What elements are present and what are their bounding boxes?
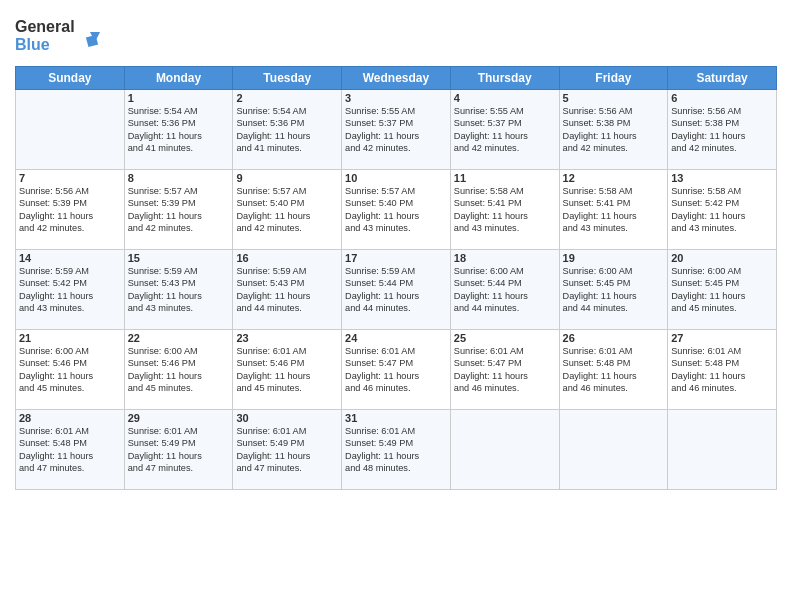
cell-line: Daylight: 11 hours bbox=[563, 211, 637, 221]
cell-data: Sunrise: 6:01 AMSunset: 5:49 PMDaylight:… bbox=[236, 425, 338, 475]
calendar-cell: 5Sunrise: 5:56 AMSunset: 5:38 PMDaylight… bbox=[559, 90, 668, 170]
cell-line: Sunset: 5:46 PM bbox=[236, 358, 304, 368]
cell-line: Daylight: 11 hours bbox=[345, 451, 419, 461]
cell-data: Sunrise: 6:01 AMSunset: 5:46 PMDaylight:… bbox=[236, 345, 338, 395]
day-number: 7 bbox=[19, 172, 121, 184]
calendar-cell: 1Sunrise: 5:54 AMSunset: 5:36 PMDaylight… bbox=[124, 90, 233, 170]
cell-line: Daylight: 11 hours bbox=[236, 371, 310, 381]
cell-line: Sunrise: 6:01 AM bbox=[671, 346, 741, 356]
calendar-cell: 12Sunrise: 5:58 AMSunset: 5:41 PMDayligh… bbox=[559, 170, 668, 250]
cell-line: Sunrise: 6:01 AM bbox=[236, 426, 306, 436]
cell-line: Sunset: 5:37 PM bbox=[454, 118, 522, 128]
cell-line: and 43 minutes. bbox=[345, 223, 410, 233]
calendar-cell: 29Sunrise: 6:01 AMSunset: 5:49 PMDayligh… bbox=[124, 410, 233, 490]
cell-data: Sunrise: 6:01 AMSunset: 5:48 PMDaylight:… bbox=[563, 345, 665, 395]
cell-line: Sunrise: 6:01 AM bbox=[345, 346, 415, 356]
calendar-cell: 9Sunrise: 5:57 AMSunset: 5:40 PMDaylight… bbox=[233, 170, 342, 250]
cell-line: Daylight: 11 hours bbox=[345, 131, 419, 141]
cell-line: Sunrise: 5:58 AM bbox=[454, 186, 524, 196]
cell-line: and 47 minutes. bbox=[19, 463, 84, 473]
cell-line: Daylight: 11 hours bbox=[236, 211, 310, 221]
cell-line: and 41 minutes. bbox=[236, 143, 301, 153]
calendar-cell: 8Sunrise: 5:57 AMSunset: 5:39 PMDaylight… bbox=[124, 170, 233, 250]
day-number: 17 bbox=[345, 252, 447, 264]
calendar-cell: 23Sunrise: 6:01 AMSunset: 5:46 PMDayligh… bbox=[233, 330, 342, 410]
cell-line: and 47 minutes. bbox=[236, 463, 301, 473]
calendar-cell: 14Sunrise: 5:59 AMSunset: 5:42 PMDayligh… bbox=[16, 250, 125, 330]
cell-data: Sunrise: 5:58 AMSunset: 5:42 PMDaylight:… bbox=[671, 185, 773, 235]
cell-line: Daylight: 11 hours bbox=[454, 131, 528, 141]
cell-line: Daylight: 11 hours bbox=[345, 291, 419, 301]
cell-line: Sunrise: 6:01 AM bbox=[19, 426, 89, 436]
cell-line: and 44 minutes. bbox=[454, 303, 519, 313]
cell-line: Daylight: 11 hours bbox=[128, 211, 202, 221]
cell-line: Sunset: 5:48 PM bbox=[671, 358, 739, 368]
cell-line: Sunset: 5:44 PM bbox=[345, 278, 413, 288]
cell-line: Sunset: 5:38 PM bbox=[563, 118, 631, 128]
cell-line: Daylight: 11 hours bbox=[454, 211, 528, 221]
cell-line: and 46 minutes. bbox=[454, 383, 519, 393]
cell-line: Daylight: 11 hours bbox=[671, 211, 745, 221]
day-number: 15 bbox=[128, 252, 230, 264]
day-number: 24 bbox=[345, 332, 447, 344]
cell-line: Daylight: 11 hours bbox=[345, 371, 419, 381]
calendar-cell: 2Sunrise: 5:54 AMSunset: 5:36 PMDaylight… bbox=[233, 90, 342, 170]
cell-line: and 42 minutes. bbox=[563, 143, 628, 153]
cell-line: Daylight: 11 hours bbox=[128, 131, 202, 141]
calendar-cell: 20Sunrise: 6:00 AMSunset: 5:45 PMDayligh… bbox=[668, 250, 777, 330]
cell-line: Daylight: 11 hours bbox=[671, 291, 745, 301]
cell-data: Sunrise: 6:00 AMSunset: 5:46 PMDaylight:… bbox=[128, 345, 230, 395]
cell-line: Sunrise: 6:00 AM bbox=[671, 266, 741, 276]
cell-data: Sunrise: 6:00 AMSunset: 5:45 PMDaylight:… bbox=[563, 265, 665, 315]
cell-line: Sunrise: 5:59 AM bbox=[236, 266, 306, 276]
cell-line: Sunset: 5:36 PM bbox=[128, 118, 196, 128]
cell-data: Sunrise: 6:01 AMSunset: 5:47 PMDaylight:… bbox=[345, 345, 447, 395]
day-number: 18 bbox=[454, 252, 556, 264]
cell-line: Sunset: 5:49 PM bbox=[345, 438, 413, 448]
cell-line: and 45 minutes. bbox=[236, 383, 301, 393]
cell-line: and 48 minutes. bbox=[345, 463, 410, 473]
cell-data: Sunrise: 5:57 AMSunset: 5:40 PMDaylight:… bbox=[345, 185, 447, 235]
cell-line: and 46 minutes. bbox=[671, 383, 736, 393]
cell-line: Daylight: 11 hours bbox=[454, 291, 528, 301]
cell-data: Sunrise: 5:59 AMSunset: 5:44 PMDaylight:… bbox=[345, 265, 447, 315]
day-number: 3 bbox=[345, 92, 447, 104]
cell-line: Daylight: 11 hours bbox=[19, 371, 93, 381]
cell-line: Daylight: 11 hours bbox=[345, 211, 419, 221]
day-number: 16 bbox=[236, 252, 338, 264]
day-number: 31 bbox=[345, 412, 447, 424]
cell-line: Sunrise: 6:01 AM bbox=[236, 346, 306, 356]
cell-line: Sunset: 5:47 PM bbox=[454, 358, 522, 368]
svg-text:General: General bbox=[15, 18, 75, 35]
cell-line: and 43 minutes. bbox=[563, 223, 628, 233]
day-number: 21 bbox=[19, 332, 121, 344]
cell-line: Sunrise: 5:57 AM bbox=[236, 186, 306, 196]
calendar-cell: 17Sunrise: 5:59 AMSunset: 5:44 PMDayligh… bbox=[342, 250, 451, 330]
day-number: 29 bbox=[128, 412, 230, 424]
svg-text:Blue: Blue bbox=[15, 36, 50, 53]
calendar-cell: 15Sunrise: 5:59 AMSunset: 5:43 PMDayligh… bbox=[124, 250, 233, 330]
day-number: 26 bbox=[563, 332, 665, 344]
day-number: 6 bbox=[671, 92, 773, 104]
cell-line: Sunset: 5:36 PM bbox=[236, 118, 304, 128]
day-header-tuesday: Tuesday bbox=[233, 67, 342, 90]
day-number: 22 bbox=[128, 332, 230, 344]
calendar-cell: 30Sunrise: 6:01 AMSunset: 5:49 PMDayligh… bbox=[233, 410, 342, 490]
cell-line: Sunrise: 5:59 AM bbox=[128, 266, 198, 276]
header-row: General Blue bbox=[15, 10, 777, 60]
cell-line: and 42 minutes. bbox=[128, 223, 193, 233]
cell-line: and 44 minutes. bbox=[345, 303, 410, 313]
cell-line: Sunset: 5:45 PM bbox=[563, 278, 631, 288]
cell-line: Daylight: 11 hours bbox=[454, 371, 528, 381]
cell-line: and 44 minutes. bbox=[236, 303, 301, 313]
cell-line: Sunrise: 5:57 AM bbox=[128, 186, 198, 196]
cell-line: Sunrise: 5:56 AM bbox=[19, 186, 89, 196]
cell-line: Sunset: 5:42 PM bbox=[671, 198, 739, 208]
cell-line: Sunset: 5:46 PM bbox=[128, 358, 196, 368]
cell-line: and 46 minutes. bbox=[563, 383, 628, 393]
cell-line: Daylight: 11 hours bbox=[563, 371, 637, 381]
week-row-5: 28Sunrise: 6:01 AMSunset: 5:48 PMDayligh… bbox=[16, 410, 777, 490]
cell-line: Sunrise: 5:56 AM bbox=[563, 106, 633, 116]
cell-line: Daylight: 11 hours bbox=[236, 131, 310, 141]
week-row-1: 1Sunrise: 5:54 AMSunset: 5:36 PMDaylight… bbox=[16, 90, 777, 170]
